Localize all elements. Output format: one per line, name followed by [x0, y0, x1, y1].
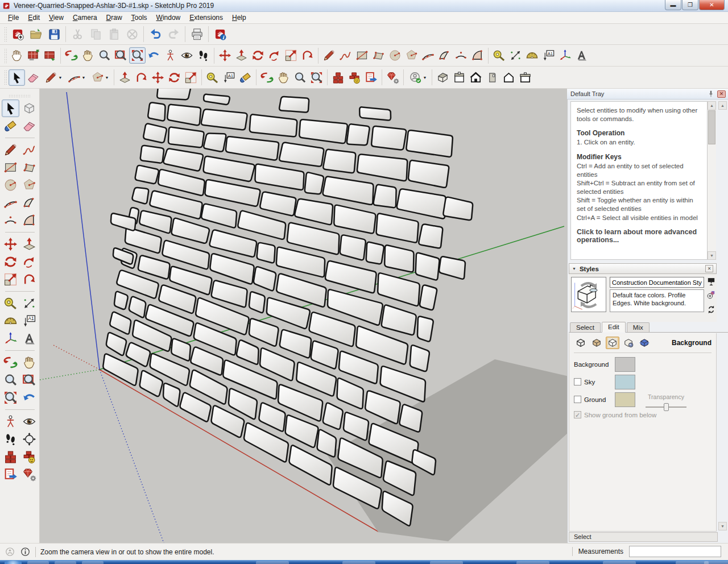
- taskbar-item[interactable]: [342, 561, 375, 564]
- tape-measure-button[interactable]: [2, 295, 19, 312]
- open-button[interactable]: [27, 25, 45, 43]
- follow-me-button[interactable]: [20, 253, 38, 271]
- rotate-button[interactable]: [2, 253, 19, 271]
- arc-2pt-button[interactable]: [420, 47, 436, 64]
- push-pull-button[interactable]: [117, 69, 133, 86]
- view-iso-button[interactable]: [435, 69, 451, 86]
- view-front-button[interactable]: [468, 69, 484, 86]
- rotated-rectangle-button[interactable]: [20, 159, 38, 176]
- undo-button[interactable]: [146, 25, 164, 43]
- pie-filled-button[interactable]: [20, 212, 38, 229]
- rectangle-button[interactable]: [354, 47, 370, 64]
- zoom-window-button[interactable]: [20, 371, 38, 389]
- eraser-button[interactable]: [25, 69, 42, 86]
- protractor-button[interactable]: [2, 312, 19, 330]
- axes-button[interactable]: [557, 47, 573, 64]
- tab-edit[interactable]: Edit: [602, 322, 626, 333]
- zoom-extents-button[interactable]: [308, 69, 325, 86]
- restore-button[interactable]: ❐: [682, 0, 698, 10]
- add-location-button[interactable]: [25, 47, 42, 64]
- watermark-settings-subtab[interactable]: [622, 337, 635, 349]
- previous-view-button[interactable]: [146, 47, 162, 64]
- menu-file[interactable]: File: [3, 13, 23, 23]
- menu-tools[interactable]: Tools: [127, 13, 152, 23]
- previous-view-button[interactable]: [20, 389, 38, 407]
- sky-color-swatch[interactable]: [615, 375, 635, 389]
- background-color-swatch[interactable]: [615, 357, 635, 372]
- scrollbar-thumb[interactable]: [708, 110, 715, 144]
- rotate-button[interactable]: [166, 69, 183, 86]
- tray-scroll-down-icon[interactable]: ▼: [718, 522, 727, 530]
- orbit-button[interactable]: [259, 69, 275, 86]
- taskbar-item[interactable]: [704, 561, 728, 564]
- styles-panel-header[interactable]: ▼ Styles ✕: [569, 263, 717, 274]
- new-button[interactable]: [9, 25, 27, 43]
- model-info-button[interactable]: i: [211, 25, 229, 43]
- menu-view[interactable]: View: [44, 13, 68, 23]
- taskbar-item[interactable]: [603, 561, 636, 564]
- get-models-button[interactable]: [20, 448, 38, 466]
- transparency-slider[interactable]: [646, 403, 686, 411]
- erase-button[interactable]: [123, 25, 141, 43]
- extension-manager-button[interactable]: [384, 69, 401, 86]
- create-style-icon[interactable]: [706, 290, 716, 300]
- paste-button[interactable]: [105, 25, 123, 43]
- circle-button[interactable]: [2, 176, 19, 194]
- style-description[interactable]: Default face colors. Profile Edges. Whit…: [610, 289, 704, 312]
- tray-scroll-up-icon[interactable]: ▲: [718, 101, 727, 110]
- offset-button[interactable]: [20, 271, 38, 288]
- pointer-hand-button[interactable]: [9, 47, 25, 64]
- polygon-button[interactable]: [403, 47, 420, 64]
- style-thumbnail[interactable]: [571, 277, 606, 312]
- offset-button[interactable]: [299, 47, 316, 64]
- taskbar-item[interactable]: [55, 561, 76, 564]
- toolbar-grip[interactable]: [4, 70, 7, 85]
- update-style-icon[interactable]: [706, 305, 716, 314]
- select-button[interactable]: [9, 69, 25, 86]
- save-button[interactable]: [45, 25, 63, 43]
- dimension-button[interactable]: [507, 47, 524, 64]
- tray-close-button[interactable]: ✕: [717, 90, 726, 98]
- line-button[interactable]: [2, 141, 19, 159]
- 3d-text-button[interactable]: [20, 330, 38, 347]
- view-back-button[interactable]: [500, 69, 517, 86]
- pie-button[interactable]: [436, 47, 453, 64]
- zoom-button[interactable]: [2, 371, 19, 389]
- arc-3pt-button[interactable]: [2, 212, 19, 229]
- zoom-extents-button[interactable]: [129, 47, 146, 64]
- redo-button[interactable]: [164, 25, 183, 43]
- push-pull-button[interactable]: [233, 47, 250, 64]
- menu-window[interactable]: Window: [152, 13, 185, 23]
- zoom-button[interactable]: [96, 47, 113, 64]
- walk-button[interactable]: [195, 47, 212, 64]
- arc-3pt-button[interactable]: [453, 47, 469, 64]
- slider-thumb[interactable]: [664, 403, 669, 411]
- protractor-button[interactable]: [524, 47, 540, 64]
- follow-me-button[interactable]: [266, 47, 283, 64]
- toolbar-grip[interactable]: [9, 94, 31, 97]
- orbit-button[interactable]: [2, 354, 19, 371]
- tray-scrollbar[interactable]: ▲ ▼: [718, 101, 727, 530]
- zoom-window-button[interactable]: [113, 47, 129, 64]
- freehand-button[interactable]: [337, 47, 354, 64]
- push-pull-button[interactable]: [20, 235, 38, 253]
- toggle-terrain-button[interactable]: [42, 47, 58, 64]
- move-button[interactable]: [217, 47, 233, 64]
- rotate-button[interactable]: [250, 47, 266, 64]
- view-right-button[interactable]: [484, 69, 500, 86]
- text-button[interactable]: A1: [221, 69, 237, 86]
- tray-bottom-bar[interactable]: Select: [569, 532, 718, 542]
- freehand-button[interactable]: [20, 141, 38, 159]
- copy-button[interactable]: [86, 25, 105, 43]
- pan-button[interactable]: [80, 47, 96, 64]
- 3d-text-button[interactable]: [573, 47, 590, 64]
- background-settings-subtab[interactable]: [606, 337, 619, 349]
- instructor-advanced-link[interactable]: Click to learn about more advanced opera…: [577, 228, 701, 244]
- ground-color-swatch[interactable]: [615, 392, 635, 407]
- view-top-button[interactable]: [451, 69, 468, 86]
- scale-button[interactable]: [183, 69, 199, 86]
- text-button[interactable]: A1: [20, 312, 38, 330]
- taskbar-item[interactable]: [256, 561, 289, 564]
- scale-button[interactable]: [2, 271, 19, 288]
- look-around-button[interactable]: [179, 47, 195, 64]
